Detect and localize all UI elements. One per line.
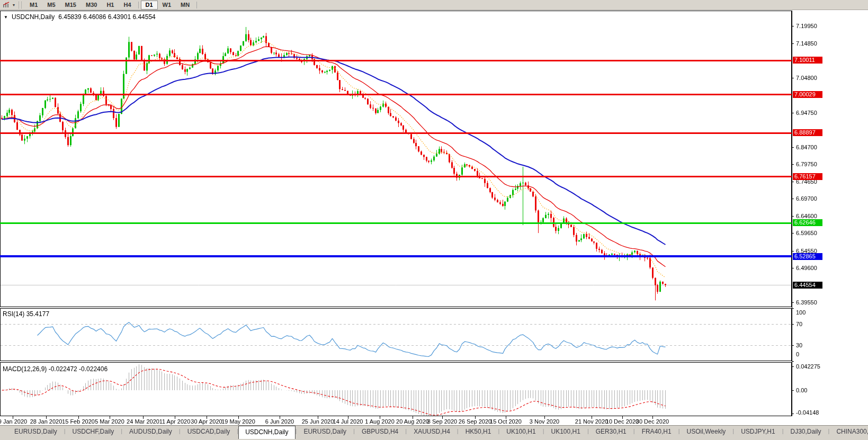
tab-hk50-h1[interactable]: HK50,H1 xyxy=(459,426,498,438)
mt4-window: ▾ M1M5M15M30H1H4D1W1MN ▼ USDCNH,Daily 6.… xyxy=(0,0,868,440)
chart-cursor-icon[interactable] xyxy=(2,1,11,8)
tab-gbpusd-h4[interactable]: GBPUSD,H4 xyxy=(355,426,405,438)
tab-audusd-daily[interactable]: AUDUSD,Daily xyxy=(122,426,179,438)
macd-axis-label: 0.042275 xyxy=(796,363,820,370)
tab-eurusd-daily[interactable]: EURUSD,Daily xyxy=(297,426,353,438)
dropdown-caret-icon[interactable]: ▾ xyxy=(11,3,16,7)
timeframe-button-m30[interactable]: M30 xyxy=(81,1,102,10)
rsi-axis-label: 100 xyxy=(796,309,806,316)
price-axis-label: 7.19950 xyxy=(796,23,817,29)
symbol-tab-bar: EURUSD,Daily|USDCHF,Daily|AUDUSD,Daily|U… xyxy=(0,425,868,440)
date-axis-label: 24 Mar 2020 xyxy=(127,418,159,425)
timeframe-button-m5[interactable]: M5 xyxy=(42,1,60,10)
tab-usdchf-daily[interactable]: USDCHF,Daily xyxy=(66,426,121,438)
rsi-axis-label: 30 xyxy=(796,342,802,348)
price-level-badge: 6.62646 xyxy=(793,219,822,226)
price-level-badge: 7.10011 xyxy=(793,57,822,64)
price-axis-label: 6.64600 xyxy=(796,213,817,219)
rsi-axis-label: 70 xyxy=(796,321,802,327)
timeframe-button-mn[interactable]: MN xyxy=(176,1,194,10)
rsi-indicator-label: RSI(14) 35.4177 xyxy=(3,310,49,318)
tab-uk100-h1[interactable]: UK100,H1 xyxy=(499,426,542,438)
date-axis-label: 15 Oct 2020 xyxy=(490,418,522,425)
price-axis-label: 6.79750 xyxy=(796,161,817,167)
price-level-badge: 6.88897 xyxy=(793,129,822,136)
toolbar-grip[interactable] xyxy=(19,2,22,8)
collapse-triangle-icon[interactable]: ▼ xyxy=(4,15,8,20)
price-axis-label: 6.94750 xyxy=(796,110,817,116)
price-level-badge: 7.00029 xyxy=(793,91,822,98)
price-axis-label: 6.39550 xyxy=(796,299,817,306)
tab-usdcnh-daily[interactable]: USDCNH,Daily xyxy=(238,426,295,439)
price-axis-label: 6.69700 xyxy=(796,195,817,202)
toolbar-separator xyxy=(196,2,197,8)
price-axis-label: 7.14850 xyxy=(796,40,817,47)
toolbar: ▾ M1M5M15M30H1H4D1W1MN xyxy=(0,0,868,10)
timeframe-button-h4[interactable]: H4 xyxy=(119,1,136,10)
macd-indicator-label: MACD(12,26,9) -0.022472 -0.022406 xyxy=(3,365,108,373)
date-axis-label: 1 Aug 2020 xyxy=(365,418,395,425)
date-axis-label: 25 Jun 2020 xyxy=(302,418,334,425)
tab-uk100-h1[interactable]: UK100,H1 xyxy=(544,426,587,438)
price-level-badge: 6.52865 xyxy=(793,253,822,260)
timeframe-bar: M1M5M15M30H1H4D1W1MN xyxy=(25,1,199,10)
date-axis-label: 14 Jul 2020 xyxy=(333,418,363,425)
tab-usdjpy-h1[interactable]: USDJPY,H1 xyxy=(734,426,782,438)
date-axis-label: 3 Nov 2020 xyxy=(530,418,559,425)
date-axis-label: 19 May 2020 xyxy=(221,418,255,425)
tab-eurusd-daily[interactable]: EURUSD,Daily xyxy=(7,426,64,438)
timeframe-button-d1[interactable]: D1 xyxy=(141,1,158,10)
price-chart-canvas[interactable] xyxy=(0,0,868,440)
rsi-axis-label: 0 xyxy=(796,351,799,357)
toolbar-separator xyxy=(138,2,139,8)
price-level-badge: 6.76157 xyxy=(793,173,822,180)
timeframe-button-w1[interactable]: W1 xyxy=(158,1,176,10)
tab-china300-h1[interactable]: CHINA300,H1 xyxy=(829,426,868,438)
ohlc-values: 6.45839 6.46086 6.43901 6.44554 xyxy=(58,13,156,21)
timeframe-button-h1[interactable]: H1 xyxy=(102,1,119,10)
timeframe-button-m1[interactable]: M1 xyxy=(25,1,42,10)
tab-fra40-h1[interactable]: FRA40,H1 xyxy=(635,426,678,438)
timeframe-button-m15[interactable]: M15 xyxy=(60,1,81,10)
date-axis-label: 26 Sep 2020 xyxy=(459,418,491,425)
tab-dj30-daily[interactable]: DJ30,Daily xyxy=(784,426,828,438)
date-axis-label: 30 Dec 2020 xyxy=(636,418,669,425)
date-axis-label: 6 Jun 2020 xyxy=(265,418,294,425)
macd-axis-label: 0.00 xyxy=(796,387,807,393)
date-axis-label: 11 Apr 2020 xyxy=(159,418,191,425)
date-axis-label: 5 Mar 2020 xyxy=(95,418,124,425)
price-axis-label: 6.49600 xyxy=(796,265,817,271)
symbol-period-label: USDCNH,Daily xyxy=(12,13,55,21)
tab-xauusd-h4[interactable]: XAUUSD,H4 xyxy=(407,426,457,438)
date-axis-label: 10 Dec 2020 xyxy=(606,418,639,425)
date-axis-label: 8 Sep 2020 xyxy=(427,418,457,425)
chart-title: ▼ USDCNH,Daily 6.45839 6.46086 6.43901 6… xyxy=(4,13,156,21)
date-axis-label: 9 Jan 2020 xyxy=(0,418,27,425)
date-axis-label: 28 Jan 2020 xyxy=(30,418,62,425)
date-axis-label: 30 Apr 2020 xyxy=(191,418,222,425)
price-axis-label: 7.04800 xyxy=(796,75,817,81)
macd-axis-label: -0.04148 xyxy=(796,409,819,416)
tab-ger30-h1[interactable]: GER30,H1 xyxy=(589,426,633,438)
date-axis-label: 15 Feb 2020 xyxy=(62,418,95,425)
date-axis-label: 20 Aug 2020 xyxy=(396,418,429,425)
price-axis-label: 6.84700 xyxy=(796,144,817,150)
tab-usdcad-daily[interactable]: USDCAD,Daily xyxy=(181,426,237,438)
tab-usoil-weekly[interactable]: USOil,Weekly xyxy=(680,426,733,438)
date-axis-label: 21 Nov 2020 xyxy=(575,418,608,425)
current-price-badge: 6.44554 xyxy=(793,282,822,289)
price-axis-label: 6.59650 xyxy=(796,230,817,236)
